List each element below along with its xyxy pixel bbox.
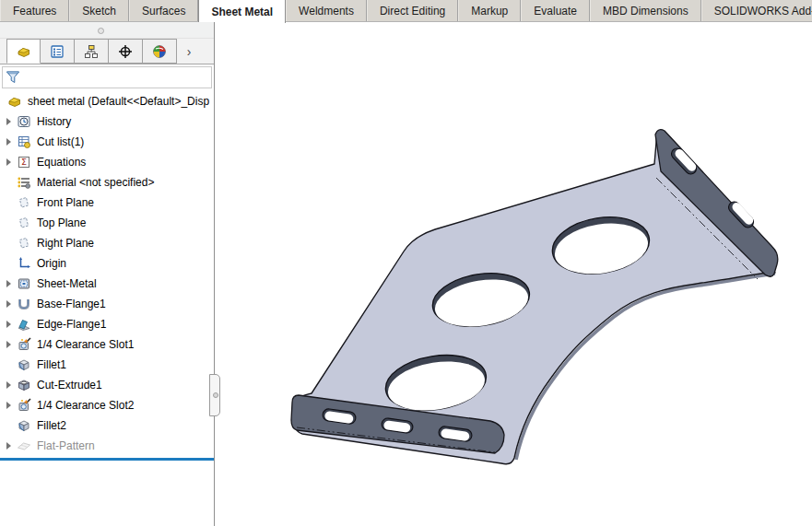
base-flange-icon <box>17 297 34 311</box>
ribbon-tab-sheet-metal[interactable]: Sheet Metal <box>198 0 286 23</box>
equations-icon <box>17 155 34 169</box>
tree-item-label: Sheet-Metal <box>37 277 97 290</box>
model-part[interactable] <box>291 130 778 464</box>
tree-item-origin[interactable]: Origin <box>0 253 214 274</box>
tree-item-label: Top Plane <box>37 216 86 229</box>
tree-item-cut-extrude1[interactable]: Cut-Extrude1 <box>0 375 214 395</box>
panel-tab-expand-chevron[interactable]: › <box>177 39 201 64</box>
tree-item-material[interactable]: Material <not specified> <box>0 172 214 193</box>
panel-tab-displaymanager[interactable] <box>143 39 177 64</box>
history-icon <box>17 114 34 129</box>
tree-item-label: Fillet1 <box>37 358 66 371</box>
expand-arrow[interactable] <box>0 381 17 389</box>
tree-item-base-flange[interactable]: Base-Flange1 <box>0 294 214 314</box>
ribbon-tab-sketch[interactable]: Sketch <box>69 0 129 21</box>
tree-item-label: Cut list(1) <box>37 135 84 148</box>
panel-collapse-handle[interactable] <box>98 28 104 34</box>
panel-tab-propertymanager[interactable] <box>41 39 75 64</box>
material-icon <box>17 175 34 190</box>
expand-arrow[interactable] <box>0 402 17 409</box>
expand-arrow[interactable] <box>0 300 17 308</box>
part-icon <box>7 94 25 109</box>
tree-root-part[interactable]: sheet metal (Default<<Default>_Disp <box>0 91 214 111</box>
expand-arrow[interactable] <box>0 280 17 287</box>
panel-tab-featuremanager[interactable] <box>6 39 41 64</box>
expand-arrow[interactable] <box>0 442 17 450</box>
ribbon-tab-evaluate[interactable]: Evaluate <box>521 0 590 21</box>
tree-item-label: Origin <box>37 257 66 270</box>
tree-filter-bar[interactable] <box>2 66 212 88</box>
ribbon-tab-weldments[interactable]: Weldments <box>286 0 367 21</box>
expand-arrow[interactable] <box>0 158 17 166</box>
tree-item-clearance-slot2[interactable]: 1/4 Clearance Slot2 <box>0 395 214 415</box>
tree-item-clearance-slot1[interactable]: 1/4 Clearance Slot1 <box>0 334 214 355</box>
library-feature-icon <box>17 337 34 352</box>
plane-icon <box>17 195 34 210</box>
library-feature-icon <box>17 398 34 413</box>
display-manager-icon <box>152 44 167 59</box>
property-manager-icon <box>50 44 65 59</box>
tree-item-label: Right Plane <box>37 237 94 250</box>
panel-tab-bar: › <box>0 39 214 64</box>
tree-item-sheet-metal[interactable]: Sheet-Metal <box>0 274 214 294</box>
tree-item-fillet2[interactable]: Fillet2 <box>0 415 214 436</box>
tree-item-top-plane[interactable]: Top Plane <box>0 213 214 233</box>
configuration-manager-icon <box>84 44 99 59</box>
ribbon-tab-solidworks-add-ins[interactable]: SOLIDWORKS Add-Ins <box>701 0 812 21</box>
origin-icon <box>17 256 34 271</box>
tree-item-cut-list[interactable]: Cut list(1) <box>0 132 214 152</box>
tree-item-label: Material <not specified> <box>37 176 154 189</box>
tree-item-label: Edge-Flange1 <box>37 318 106 331</box>
feature-manager-panel: › sheet metal (Default<<Default>_Disp Hi… <box>0 22 215 526</box>
fillet-icon <box>17 357 34 372</box>
flat-pattern-icon <box>17 438 34 453</box>
tree-item-right-plane[interactable]: Right Plane <box>0 233 214 253</box>
cut-extrude-icon <box>17 378 34 392</box>
ribbon-tab-bar: Features Sketch Surfaces Sheet Metal Wel… <box>0 0 812 22</box>
featuremanager-part-icon <box>17 44 31 59</box>
filter-funnel-icon <box>6 70 20 85</box>
expand-arrow[interactable] <box>0 321 17 328</box>
ribbon-tab-surfaces[interactable]: Surfaces <box>129 0 198 21</box>
edge-flange-icon <box>17 317 34 332</box>
tree-item-label: Front Plane <box>37 196 94 209</box>
tree-root-label: sheet metal (Default<<Default>_Disp <box>28 95 209 108</box>
expand-arrow[interactable] <box>0 118 17 125</box>
graphics-viewport[interactable] <box>216 23 812 526</box>
expand-arrow[interactable] <box>0 341 17 348</box>
panel-splitter-handle[interactable] <box>209 374 220 416</box>
tree-item-label: 1/4 Clearance Slot1 <box>37 338 134 351</box>
tree-item-front-plane[interactable]: Front Plane <box>0 193 214 213</box>
tree-item-history[interactable]: History <box>0 111 214 132</box>
plane-icon <box>17 216 34 230</box>
tree-item-equations[interactable]: Equations <box>0 152 214 172</box>
ribbon-tab-direct-editing[interactable]: Direct Editing <box>367 0 458 21</box>
panel-tab-dimxpertmanager[interactable] <box>109 39 143 64</box>
tree-item-edge-flange[interactable]: Edge-Flange1 <box>0 314 214 334</box>
ribbon-tab-mbd-dimensions[interactable]: MBD Dimensions <box>590 0 701 21</box>
tree-item-fillet1[interactable]: Fillet1 <box>0 355 214 375</box>
dimxpert-manager-icon <box>118 44 133 59</box>
tree-item-label: 1/4 Clearance Slot2 <box>37 399 134 412</box>
expand-arrow[interactable] <box>0 138 17 146</box>
tree-item-label: Base-Flange1 <box>37 298 106 310</box>
tree-item-flat-pattern[interactable]: Flat-Pattern <box>0 436 214 456</box>
feature-tree: sheet metal (Default<<Default>_Disp Hist… <box>0 89 214 461</box>
cut-list-icon <box>17 134 34 149</box>
fillet-icon <box>17 418 34 433</box>
splitter-grip-dot <box>213 392 218 398</box>
tree-item-label: Flat-Pattern <box>37 439 95 452</box>
tree-item-label: Cut-Extrude1 <box>37 379 102 392</box>
rollback-bar[interactable] <box>0 458 214 461</box>
panel-collapse-strip <box>0 22 214 39</box>
sheet-metal-icon <box>17 276 34 291</box>
ribbon-tab-features[interactable]: Features <box>0 0 69 21</box>
tree-item-label: Equations <box>37 156 86 169</box>
plane-icon <box>17 236 34 251</box>
tree-item-label: Fillet2 <box>37 419 66 432</box>
panel-tab-configurationmanager[interactable] <box>75 39 109 64</box>
ribbon-tab-markup[interactable]: Markup <box>458 0 521 21</box>
tree-item-label: History <box>37 115 71 128</box>
